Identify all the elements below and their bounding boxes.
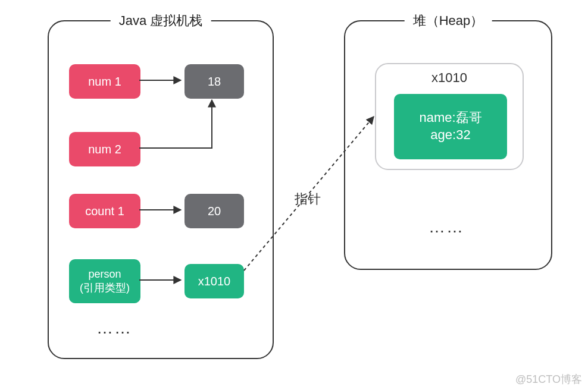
stack-ellipsis: ……	[96, 319, 132, 338]
stack-ref-addr: x1010	[184, 264, 244, 298]
stack-var-num1: num 1	[69, 64, 140, 99]
watermark: @51CTO博客	[515, 372, 582, 386]
stack-val-18: 18	[184, 64, 244, 99]
stack-var-count1: count 1	[69, 194, 140, 228]
stack-val-20: 20	[184, 194, 244, 228]
stack-var-person: person (引用类型)	[69, 259, 140, 303]
pointer-label: 指针	[295, 190, 321, 208]
stack-panel: Java 虚拟机栈 num 1 18 num 2 count 1 20 pers…	[48, 20, 274, 359]
heap-object-addr: x1010	[431, 70, 467, 86]
heap-panel: 堆（Heap） x1010 name:磊哥 age:32 ……	[344, 20, 552, 270]
heap-object-content: name:磊哥 age:32	[394, 94, 507, 159]
heap-object-panel: x1010 name:磊哥 age:32	[375, 63, 524, 170]
stack-title: Java 虚拟机栈	[111, 12, 211, 30]
heap-ellipsis: ……	[429, 218, 464, 237]
heap-title: 堆（Heap）	[405, 12, 492, 30]
stack-var-num2: num 2	[69, 132, 140, 166]
